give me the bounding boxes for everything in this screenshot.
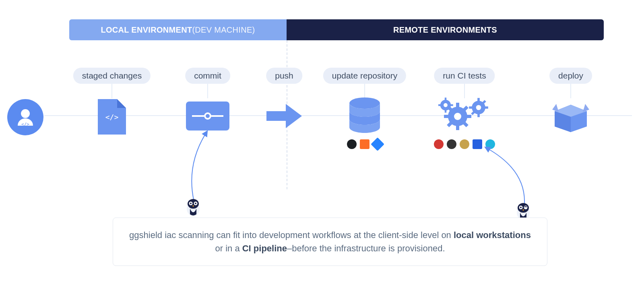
- ggshield-owl-icon: [184, 197, 202, 217]
- callout-text: ggshield iac scanning can fit into devel…: [129, 228, 531, 255]
- repo-vendor-icons: [347, 139, 382, 149]
- svg-rect-25: [438, 104, 441, 106]
- stage-label-update: update repository: [323, 68, 406, 84]
- header-local: LOCAL ENVIRONMENT (DEV MACHINE): [69, 19, 287, 40]
- gears-icon: [438, 96, 491, 133]
- svg-point-2: [349, 97, 380, 109]
- svg-point-32: [195, 203, 196, 204]
- travis-icon: [460, 139, 469, 149]
- stage-label-staged: staged changes: [73, 68, 151, 84]
- svg-point-37: [520, 207, 522, 208]
- stage-label-ci: run CI tests: [434, 68, 495, 84]
- stage-connector: [111, 84, 112, 98]
- svg-rect-18: [485, 106, 488, 109]
- stage-label-commit: commit: [185, 68, 230, 84]
- drone-icon: [485, 139, 495, 149]
- circleci-icon: [447, 139, 456, 149]
- stage-connector: [570, 84, 571, 98]
- file-code-icon: </>: [98, 99, 126, 135]
- developer-avatar-icon: </>: [7, 99, 43, 135]
- svg-rect-8: [466, 115, 471, 118]
- stage-label-push: push: [266, 68, 302, 84]
- ci-vendor-icons: [434, 139, 495, 149]
- header-local-bold: LOCAL ENVIRONMENT: [101, 25, 192, 35]
- header-local-paren: (DEV MACHINE): [192, 25, 255, 35]
- azure-pipelines-icon: [473, 139, 482, 149]
- header-remote: REMOTE ENVIRONMENTS: [287, 19, 604, 40]
- gitlab-icon: [360, 139, 369, 149]
- svg-rect-16: [477, 114, 480, 117]
- deploy-box-icon: [551, 101, 590, 133]
- github-icon: [347, 139, 357, 149]
- svg-rect-17: [469, 106, 472, 109]
- description-callout: ggshield iac scanning can fit into devel…: [113, 218, 547, 266]
- push-arrow-icon: [265, 103, 303, 129]
- svg-rect-6: [456, 125, 459, 130]
- svg-rect-23: [445, 97, 446, 100]
- svg-rect-24: [445, 110, 446, 113]
- svg-point-31: [190, 203, 192, 204]
- stage-label-deploy: deploy: [549, 68, 592, 84]
- svg-rect-15: [477, 98, 480, 101]
- svg-rect-26: [450, 104, 453, 106]
- svg-rect-7: [444, 115, 449, 118]
- svg-point-14: [476, 105, 481, 110]
- jira-icon: [371, 137, 384, 151]
- stage-connector: [364, 84, 365, 98]
- database-icon: [348, 97, 382, 135]
- header-remote-text: REMOTE ENVIRONMENTS: [393, 25, 497, 35]
- arrow-curve-to-commit: [182, 129, 218, 205]
- svg-point-36: [524, 206, 528, 209]
- svg-text:</>: </>: [21, 122, 29, 127]
- svg-point-4: [454, 113, 461, 120]
- svg-rect-5: [456, 103, 459, 108]
- pipeline-line: [44, 115, 632, 116]
- jenkins-icon: [434, 139, 444, 149]
- environment-header: LOCAL ENVIRONMENT (DEV MACHINE) REMOTE E…: [69, 19, 604, 40]
- svg-point-0: [21, 109, 30, 118]
- commit-icon: [186, 102, 229, 131]
- svg-point-22: [444, 103, 448, 107]
- stage-connector: [207, 84, 208, 98]
